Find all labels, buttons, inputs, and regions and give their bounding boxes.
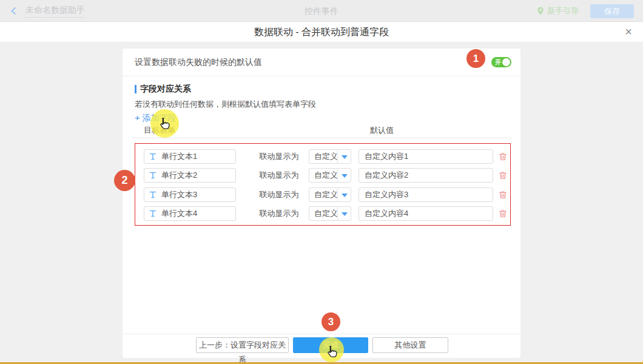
mode-select-value: 自定义 (314, 150, 338, 163)
field-mapping-row: 联动显示为 自定义 (135, 187, 510, 202)
default-value-input[interactable] (359, 168, 493, 183)
field-mapping-row: 联动显示为 自定义 (135, 206, 510, 221)
target-field-input[interactable] (144, 206, 236, 221)
select-arrow-zone[interactable] (337, 188, 351, 201)
text-field-icon (149, 209, 157, 218)
mode-select-value: 自定义 (314, 188, 338, 201)
select-arrow-zone[interactable] (337, 207, 351, 220)
default-value-input[interactable] (359, 149, 493, 164)
mode-select[interactable]: 自定义 (309, 149, 351, 164)
modal-header: 数据联动 - 合并联动到普通字段 × (0, 22, 643, 42)
divider (123, 334, 520, 334)
section-accent-bar (135, 85, 136, 93)
section-description: 若没有联动到任何数据，则根据默认值填写表单字段 (135, 99, 316, 110)
linkage-display-label: 联动显示为 (252, 206, 306, 221)
section-title: 字段对应关系 (140, 84, 191, 95)
chevron-down-icon (342, 155, 348, 159)
step-badge-1: 1 (466, 49, 485, 68)
mode-select-value: 自定义 (314, 169, 338, 182)
default-value-toggle[interactable]: 开 (491, 57, 511, 67)
text-field-icon (149, 152, 157, 161)
linkage-display-label: 联动显示为 (252, 168, 306, 183)
close-icon[interactable]: × (625, 22, 632, 42)
back-button[interactable]: 未命名数据助手 (10, 0, 85, 22)
chevron-down-icon (342, 194, 348, 197)
text-field-icon (149, 190, 157, 199)
delete-row-icon[interactable] (498, 209, 508, 218)
previous-step-button[interactable]: 上一步：设置字段对应关系 (196, 337, 289, 353)
divider (123, 76, 520, 76)
mode-select-value: 自定义 (314, 207, 338, 220)
linkage-display-label: 联动显示为 (252, 187, 306, 202)
target-field-input[interactable] (144, 187, 236, 202)
delete-row-icon[interactable] (498, 170, 508, 180)
mode-select[interactable]: 自定义 (309, 168, 351, 183)
chevron-down-icon (342, 212, 348, 216)
text-field-icon (149, 171, 157, 180)
hand-cursor-icon (323, 345, 340, 361)
hand-cursor-icon (156, 116, 172, 133)
toggle-on-label: 开 (495, 57, 501, 67)
other-settings-button[interactable]: 其他设置 (372, 337, 448, 353)
delete-row-icon[interactable] (498, 190, 508, 200)
chevron-down-icon (342, 174, 348, 178)
plus-icon: + (135, 112, 140, 123)
location-pin-icon (537, 7, 544, 16)
column-header-default-value: 默认值 (370, 125, 394, 136)
modal-body: 设置数据联动失败的时候的默认值 开 字段对应关系 若没有联动到任何数据，则根据默… (0, 42, 643, 364)
settings-panel: 设置数据联动失败的时候的默认值 开 字段对应关系 若没有联动到任何数据，则根据默… (123, 49, 520, 358)
field-mapping-section-header: 字段对应关系 (135, 84, 191, 95)
top-navbar: 未命名数据助手 控件事件 新手引导 保存 (0, 0, 643, 22)
select-arrow-zone[interactable] (337, 169, 351, 182)
mode-select[interactable]: 自定义 (309, 187, 351, 202)
default-value-setting-label: 设置数据联动失败的时候的默认值 (135, 57, 262, 68)
modal-title: 数据联动 - 合并联动到普通字段 (0, 22, 643, 42)
step-badge-3: 3 (322, 312, 340, 331)
toggle-knob (502, 58, 510, 66)
default-value-input[interactable] (359, 187, 493, 202)
save-button[interactable]: 保存 (590, 4, 634, 18)
delete-row-icon[interactable] (498, 152, 508, 161)
select-arrow-zone[interactable] (337, 150, 351, 163)
mode-select[interactable]: 自定义 (309, 206, 351, 221)
beginner-guide-button[interactable]: 新手引导 (537, 0, 579, 22)
field-mapping-row: 联动显示为 自定义 (135, 168, 510, 183)
assistant-name-label[interactable]: 未命名数据助手 (25, 5, 85, 18)
divider (132, 138, 512, 138)
field-mapping-row: 联动显示为 自定义 (135, 149, 510, 164)
default-value-input[interactable] (359, 206, 493, 221)
target-field-input[interactable] (144, 168, 236, 183)
target-field-input[interactable] (144, 149, 236, 164)
back-chevron-icon (10, 7, 18, 15)
step-badge-2: 2 (114, 170, 135, 191)
linkage-display-label: 联动显示为 (252, 149, 306, 164)
field-mapping-rows-group: 联动显示为 自定义 联动显示为 自定义 (135, 143, 511, 226)
beginner-guide-label: 新手引导 (547, 5, 579, 16)
